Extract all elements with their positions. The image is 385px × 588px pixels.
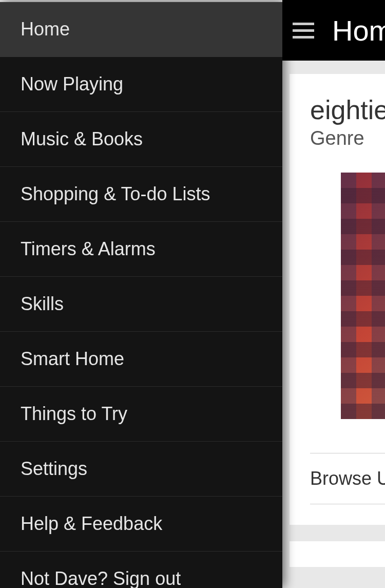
sidebar-item-shopping-todo[interactable]: Shopping & To-do Lists [0, 167, 282, 222]
sidebar-item-label: Settings [21, 458, 87, 479]
sidebar-item-smart-home[interactable]: Smart Home [0, 332, 282, 387]
sidebar-item-label: Things to Try [21, 403, 127, 424]
sidebar: Home Now Playing Music & Books Shopping … [0, 2, 282, 588]
sidebar-item-label: Not Dave? Sign out [21, 568, 181, 588]
header-bar: Hom [282, 0, 385, 61]
sidebar-item-timers-alarms[interactable]: Timers & Alarms [0, 222, 282, 277]
sidebar-item-things-to-try[interactable]: Things to Try [0, 387, 282, 442]
main-content: Hom eightie Genre Browse Un [282, 0, 385, 588]
card-title: eightie [310, 94, 385, 125]
hamburger-icon[interactable] [293, 23, 314, 39]
sidebar-item-label: Smart Home [21, 348, 124, 369]
sidebar-item-sign-out[interactable]: Not Dave? Sign out [0, 552, 282, 588]
sidebar-item-music-books[interactable]: Music & Books [0, 112, 282, 167]
sidebar-item-settings[interactable]: Settings [0, 442, 282, 497]
music-card: eightie Genre Browse Un [290, 74, 385, 525]
sidebar-item-label: Timers & Alarms [21, 238, 156, 259]
sidebar-item-label: Now Playing [21, 73, 123, 94]
sidebar-item-help-feedback[interactable]: Help & Feedback [0, 497, 282, 552]
sidebar-item-skills[interactable]: Skills [0, 277, 282, 332]
sidebar-item-label: Shopping & To-do Lists [21, 183, 210, 204]
card-subtitle: Genre [310, 127, 385, 149]
sidebar-item-label: Home [21, 18, 70, 40]
sidebar-item-label: Music & Books [21, 128, 143, 149]
browse-link[interactable]: Browse Un [310, 453, 385, 504]
second-card [290, 541, 385, 567]
sidebar-item-now-playing[interactable]: Now Playing [0, 57, 282, 112]
sidebar-item-home[interactable]: Home [0, 2, 282, 57]
sidebar-item-label: Skills [21, 293, 64, 314]
album-art[interactable] [341, 173, 385, 419]
sidebar-item-label: Help & Feedback [21, 513, 162, 534]
page-title: Hom [332, 14, 385, 47]
